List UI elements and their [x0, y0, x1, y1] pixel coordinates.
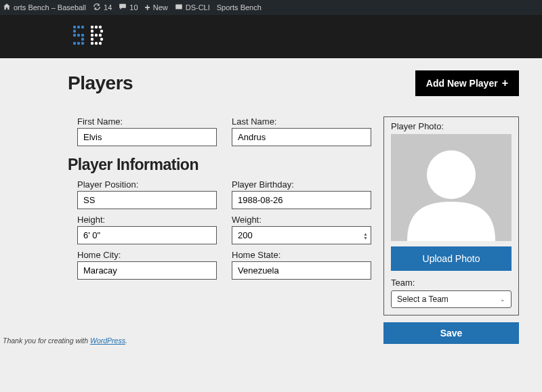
svg-point-1	[73, 26, 76, 28]
svg-point-7	[81, 34, 84, 37]
sports-bench-logo	[72, 23, 106, 50]
last-name-input[interactable]	[232, 128, 371, 146]
home-state-input[interactable]	[232, 261, 371, 280]
home-icon	[3, 3, 11, 12]
updates-icon	[93, 3, 101, 12]
add-new-player-label: Add New Player	[426, 78, 498, 89]
svg-point-15	[91, 30, 93, 32]
svg-point-3	[81, 26, 84, 28]
svg-point-25	[427, 150, 476, 199]
number-stepper[interactable]: ▲▼	[363, 232, 368, 240]
adminbar-site-name: orts Bench – Baseball	[14, 3, 86, 12]
player-photo-label: Player Photo:	[391, 121, 512, 131]
page-title: Players	[68, 72, 133, 94]
svg-point-2	[77, 26, 80, 28]
adminbar-site-home[interactable]: orts Bench – Baseball	[3, 3, 86, 12]
weight-input[interactable]	[232, 226, 371, 244]
svg-point-18	[95, 34, 98, 37]
svg-point-23	[95, 42, 98, 45]
birthday-input[interactable]	[232, 191, 371, 209]
adminbar-comments[interactable]: 10	[119, 3, 138, 12]
footer-thanks-prefix: Thank you for creating with	[3, 336, 90, 345]
adminbar-dscli[interactable]: DS-CLI	[175, 3, 210, 12]
adminbar-updates[interactable]: 14	[93, 3, 112, 12]
svg-point-12	[91, 26, 93, 28]
svg-point-6	[77, 34, 80, 37]
svg-point-24	[99, 42, 102, 45]
terminal-icon	[175, 3, 183, 12]
svg-rect-0	[175, 4, 182, 9]
player-photo-placeholder	[391, 134, 512, 241]
svg-point-14	[99, 26, 102, 28]
team-select[interactable]: Select a Team ⌄	[391, 290, 512, 308]
svg-point-4	[73, 30, 76, 32]
wp-footer: Thank you for creating with WordPress.	[3, 336, 127, 345]
svg-point-8	[81, 38, 84, 41]
player-sidebar: Player Photo: Upload Photo Team: Select …	[383, 116, 519, 344]
height-label: Height:	[77, 215, 217, 225]
adminbar-new[interactable]: + New	[145, 2, 168, 13]
svg-point-11	[81, 42, 84, 45]
first-name-input[interactable]	[77, 128, 217, 146]
first-name-label: First Name:	[77, 116, 217, 127]
upload-photo-button[interactable]: Upload Photo	[391, 246, 512, 271]
comment-icon	[119, 3, 127, 12]
adminbar-sports-bench-label: Sports Bench	[217, 3, 262, 12]
svg-point-20	[91, 38, 93, 41]
svg-point-21	[100, 38, 103, 41]
plus-icon: +	[145, 2, 150, 13]
birthday-label: Player Birthday:	[232, 179, 371, 190]
player-info-heading: Player Information	[68, 156, 371, 174]
adminbar-dscli-label: DS-CLI	[186, 3, 210, 12]
wp-admin-bar: orts Bench – Baseball 14 10 + New DS-CLI…	[0, 0, 542, 15]
adminbar-comments-count: 10	[129, 3, 138, 12]
save-button[interactable]: Save	[383, 322, 519, 344]
svg-point-19	[99, 34, 102, 37]
height-input[interactable]	[77, 226, 217, 244]
weight-label: Weight:	[232, 215, 371, 225]
svg-point-5	[73, 34, 76, 37]
adminbar-sports-bench[interactable]: Sports Bench	[217, 3, 262, 12]
adminbar-updates-count: 14	[104, 3, 112, 12]
chevron-down-icon: ⌄	[500, 296, 505, 303]
home-state-label: Home State:	[232, 250, 371, 260]
svg-point-13	[95, 26, 98, 28]
team-label: Team:	[391, 278, 512, 288]
chevron-down-icon: ▼	[363, 236, 368, 240]
svg-point-16	[100, 30, 103, 32]
team-select-value: Select a Team	[397, 295, 449, 304]
adminbar-new-label: New	[153, 3, 168, 12]
last-name-label: Last Name:	[232, 116, 371, 127]
home-city-input[interactable]	[77, 261, 217, 280]
plugin-header	[0, 15, 542, 58]
add-new-player-button[interactable]: Add New Player +	[415, 70, 519, 96]
svg-point-9	[73, 42, 76, 45]
page-content: Players Add New Player + First Name: Las…	[0, 58, 542, 344]
svg-point-10	[77, 42, 80, 45]
position-label: Player Position:	[77, 179, 217, 190]
player-form: First Name: Last Name: Player Informatio…	[68, 116, 371, 285]
svg-point-22	[91, 42, 93, 45]
home-city-label: Home City:	[77, 250, 217, 260]
position-input[interactable]	[77, 191, 217, 209]
wordpress-link[interactable]: WordPress	[90, 336, 125, 345]
plus-icon: +	[502, 77, 508, 89]
svg-point-17	[91, 34, 93, 37]
footer-suffix: .	[125, 336, 127, 345]
